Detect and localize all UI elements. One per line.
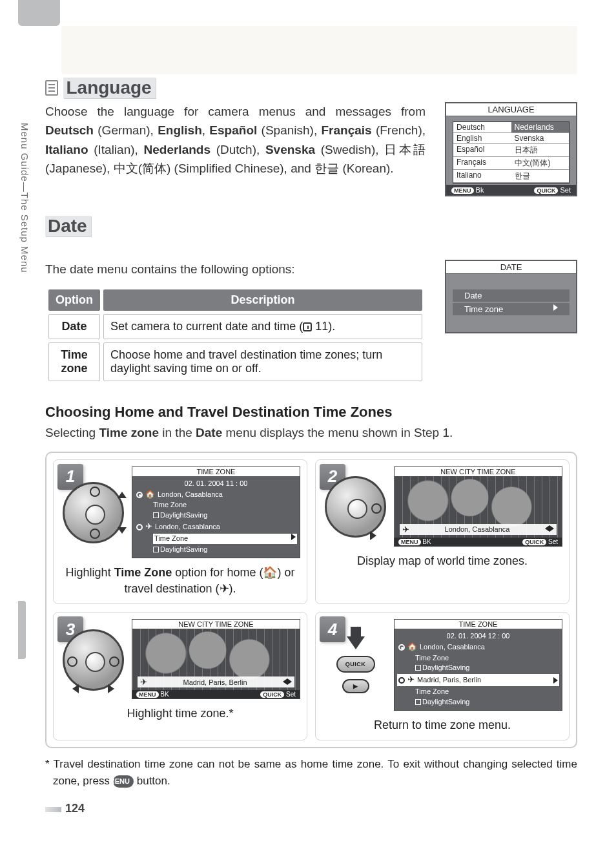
- side-chapter-label: Menu Guide—The Setup Menu: [19, 123, 30, 273]
- quick-pill: QUICK: [534, 187, 558, 194]
- home-icon: 🏠: [145, 489, 155, 500]
- step4-caption: Return to time zone menu.: [322, 717, 562, 733]
- clock-icon: [303, 322, 312, 331]
- lang-italiano: Italiano: [45, 143, 88, 156]
- lang-francais: Français: [321, 123, 371, 137]
- quick-button-group: QUICK ▶: [325, 634, 386, 696]
- plane-icon: ✈: [407, 674, 415, 686]
- menu-button-pill: MENU: [113, 775, 134, 788]
- lcd-item: Italiano: [453, 170, 511, 183]
- header-strip: [61, 26, 577, 74]
- dpad-right-circle: [371, 503, 382, 514]
- chevron-right-icon: [291, 534, 296, 540]
- dpad-icon: [63, 482, 124, 543]
- lang-nederlands: Nederlands: [144, 143, 210, 156]
- step-4: 4 QUICK ▶ TIME ZONE 02. 01. 2004 12 : 00…: [315, 612, 570, 740]
- desc-timezone: Choose home and travel destination time …: [103, 342, 422, 381]
- lcd-timezone-item: Time zone: [453, 303, 570, 315]
- tab-corner-decor: [18, 0, 60, 26]
- menu-pill: MENU: [451, 187, 474, 194]
- lcd-title: NEW CITY TIME ZONE: [395, 467, 562, 476]
- quick-pill: QUICK: [260, 691, 284, 698]
- dpad-right-circle: [109, 656, 119, 667]
- lcd-title: LANGUAGE: [446, 103, 576, 116]
- lcd-title: TIME ZONE: [395, 620, 562, 629]
- chevron-left-icon: [545, 525, 549, 532]
- side-tab-decor: [18, 601, 26, 659]
- dpad-icon: [63, 629, 124, 691]
- opt-date: Date: [48, 314, 100, 339]
- date-intro: The date menu contains the following opt…: [45, 260, 426, 278]
- steps-container: 1 TIME ZONE 02. 01. 2004 11 : 00 🏠 Londo…: [45, 452, 577, 748]
- step1-caption: Highlight Time Zone option for home (🏠) …: [60, 565, 300, 597]
- home-icon: 🏠: [407, 642, 417, 653]
- lcd-title: DATE: [446, 261, 576, 274]
- desc-date: Set camera to current date and time ( 11…: [103, 314, 422, 339]
- lcd-item-selected: Nederlands: [511, 122, 570, 133]
- language-heading: Language: [63, 78, 155, 98]
- checkbox-icon: [415, 665, 421, 671]
- menu-pill: MENU: [136, 691, 159, 698]
- dpad-left-circle: [67, 656, 77, 667]
- page-number: 124: [45, 802, 577, 815]
- step3-caption: Highlight time zone.*: [60, 706, 300, 722]
- lcd-footer: MENU Bk QUICK Set: [446, 185, 576, 195]
- chevron-right-icon: [549, 525, 554, 532]
- lang-korean: 한글: [314, 162, 339, 175]
- lcd-title: NEW CITY TIME ZONE: [132, 620, 300, 629]
- chevron-right-icon: [553, 304, 558, 311]
- step4-lcd: TIME ZONE 02. 01. 2004 12 : 00 🏠 London,…: [394, 619, 562, 711]
- step-number: 4: [320, 616, 345, 642]
- world-map: ✈ London, Casablanca: [395, 476, 562, 538]
- tz-intro: Selecting Time zone in the Date menu dis…: [45, 423, 577, 442]
- step2-caption: Display map of world time zones.: [322, 553, 562, 569]
- opt-timezone: Time zone: [48, 342, 100, 381]
- plane-icon: ✈: [140, 677, 147, 687]
- menu-pill: MENU: [398, 539, 421, 545]
- step3-lcd: NEW CITY TIME ZONE ✈ Madrid, Paris, Berl…: [132, 619, 300, 699]
- text: (Dutch),: [210, 143, 265, 156]
- chevron-right-icon: [553, 677, 558, 684]
- text: ,: [202, 123, 210, 137]
- lcd-item: 日本語: [511, 144, 570, 157]
- text: (Japanese),: [45, 162, 114, 175]
- lcd-item: Deutsch: [453, 122, 511, 133]
- chevron-left-icon: [283, 678, 287, 685]
- dpad-icon: [325, 476, 386, 538]
- text: (Spanish),: [257, 123, 321, 137]
- lcd-item: Svenska: [511, 133, 570, 144]
- lcd-title: TIME ZONE: [132, 467, 300, 476]
- lcd-item: Français: [453, 157, 511, 170]
- chevron-right-icon: [287, 678, 292, 685]
- quick-button: QUICK: [336, 656, 375, 673]
- radio-on-icon: [398, 644, 405, 651]
- plane-icon: ✈: [145, 521, 152, 533]
- checkbox-icon: [153, 512, 159, 518]
- th-option: Option: [48, 289, 100, 311]
- step-3: 3 NEW CITY TIME ZONE ✈ Madrid, Paris, Be…: [53, 612, 307, 740]
- lcd-item: 中文(简体): [511, 157, 570, 170]
- tz-heading: Choosing Home and Travel Destination Tim…: [45, 404, 577, 421]
- datetime-value: 02. 01. 2004 11 : 00: [136, 479, 296, 489]
- plane-icon: ✈: [402, 525, 409, 534]
- lang-japanese: 日本語: [384, 143, 426, 156]
- lang-espanol: Español: [209, 123, 257, 137]
- date-lcd: DATE Date Time zone: [445, 260, 577, 333]
- datetime-value: 02. 01. 2004 12 : 00: [398, 631, 558, 642]
- lcd-item: English: [453, 133, 511, 144]
- step1-lcd: TIME ZONE 02. 01. 2004 11 : 00 🏠 London,…: [132, 466, 300, 558]
- text: (German),: [94, 123, 158, 137]
- dpad-up-circle: [90, 487, 100, 497]
- dpad-down-circle: [90, 529, 100, 539]
- text: (French),: [372, 123, 426, 137]
- text: (Korean).: [339, 162, 393, 175]
- quick-pill: QUICK: [522, 539, 546, 545]
- th-description: Description: [103, 289, 422, 311]
- lcd-item: 한글: [511, 170, 570, 183]
- radio-on-icon: [136, 492, 143, 498]
- lcd-date-item: Date: [453, 289, 570, 302]
- world-map: ✈ Madrid, Paris, Berlin: [132, 629, 300, 690]
- language-paragraph: Choose the language for camera menus and…: [45, 102, 426, 178]
- lang-english: English: [158, 123, 202, 137]
- step-2: 2 NEW CITY TIME ZONE ✈ London, Casablanc…: [315, 459, 570, 604]
